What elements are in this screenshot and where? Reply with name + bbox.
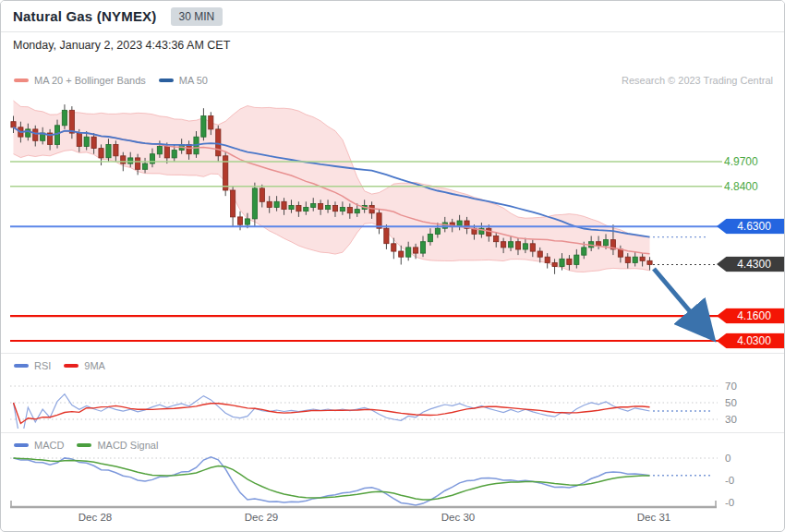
x-axis-label: Dec 28 [78, 512, 112, 523]
x-axis-label: Dec 30 [441, 512, 475, 523]
legend-label: MACD Signal [97, 440, 158, 451]
legend-swatch-icon [14, 443, 29, 447]
chart-window: Natural Gas (NYMEX) 30 MIN Monday, Janua… [0, 0, 785, 532]
legend-swatch-icon [77, 443, 91, 447]
legend-swatch-icon [64, 364, 78, 368]
panel-divider [1, 432, 784, 433]
legend-label: MACD [34, 440, 64, 451]
legend-item: MACD Signal [77, 440, 158, 451]
x-axis-label: Dec 29 [245, 512, 278, 523]
legend-swatch-icon [14, 364, 29, 368]
macd-axis-label: -0 [725, 475, 734, 486]
rsi-axis-label: 30 [725, 414, 737, 425]
rsi-axis-label: 50 [725, 397, 737, 408]
price-level-label: 4.9700 [724, 155, 758, 168]
price-level-tag: 4.0300 [717, 333, 784, 349]
legend-item: 9MA [64, 360, 105, 371]
macd-axis-label: -0 [725, 497, 734, 508]
x-axis-label: Dec 31 [637, 512, 670, 523]
price-level-tag: 4.4300 [717, 257, 784, 272]
legend-label: RSI [34, 360, 51, 371]
price-level-label: 4.8400 [724, 180, 758, 193]
legend-label: 9MA [84, 360, 105, 371]
macd-axis-label: 0 [725, 453, 731, 464]
rsi-axis-label: 70 [725, 381, 737, 392]
macd-legend: MACDMACD Signal [14, 440, 158, 451]
panel-divider [1, 353, 784, 354]
price-level-tag: 4.1600 [717, 308, 784, 324]
legend-item: RSI [14, 360, 51, 371]
price-level-tag: 4.6300 [717, 219, 784, 235]
price-chart-canvas [1, 1, 785, 532]
legend-item: MACD [14, 440, 64, 451]
rsi-legend: RSI9MA [14, 360, 105, 371]
